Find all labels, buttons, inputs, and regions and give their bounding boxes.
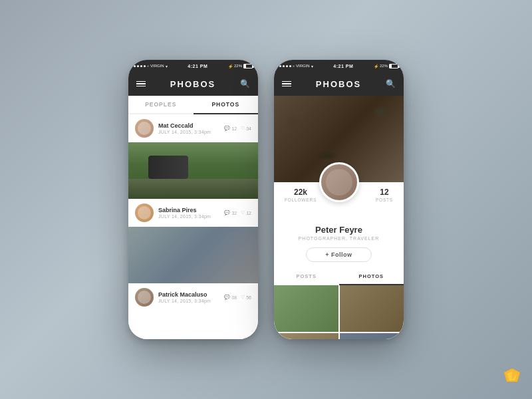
menu-button-right[interactable] — [282, 81, 291, 87]
profile-subtitle: PHOTOGRAPHER, TRAVELER — [299, 236, 380, 241]
signal-dot-r2 — [283, 65, 285, 67]
signal-dot-2 — [137, 65, 139, 67]
like-num-1: 34 — [246, 126, 251, 131]
hamburger-line-3 — [136, 86, 146, 87]
hamburger-r-line-3 — [282, 86, 291, 87]
post-meta-2: Sabrina Pires JULY 14, 2015, 3:34pm — [158, 207, 219, 219]
tab-peoples[interactable]: PEOPLES — [128, 96, 194, 113]
post-item-2: Sabrina Pires JULY 14, 2015, 3:34pm 💬 32… — [128, 199, 258, 283]
profile-avatar-wrap — [319, 162, 359, 202]
grid-photo-2[interactable] — [340, 285, 404, 332]
search-icon-left[interactable]: 🔍 — [240, 79, 250, 88]
signal-dot-1 — [134, 65, 136, 67]
avatar-mat — [135, 119, 154, 138]
follow-button[interactable]: + Follow — [306, 247, 371, 262]
profile-name: Peter Feyre — [315, 225, 362, 235]
profile-tabs: POSTS PHOTOS — [274, 269, 404, 285]
comment-num-1: 12 — [231, 126, 237, 131]
like-num-3: 56 — [246, 295, 251, 300]
menu-button-left[interactable] — [136, 81, 146, 87]
like-count-2: ♡ 12 — [241, 210, 251, 215]
sketch-badge — [503, 367, 521, 388]
like-count-1: ♡ 34 — [241, 126, 251, 131]
tab-photos[interactable]: PHOTOS — [194, 96, 259, 114]
carrier-name-left: VIRGIN — [150, 64, 164, 68]
grid-photo-4[interactable] — [340, 333, 404, 339]
feed-left: Mat Ceccald JULY 14, 2015, 3:34pm 💬 12 ♡… — [128, 114, 258, 339]
posts-stat: 12 POSTS — [376, 188, 393, 202]
time-right: 4:21 PM — [333, 64, 353, 68]
left-phone: VIRGIN ▾ 4:21 PM ⚡ 22% PHOBOS 🔍 PEOPLES … — [128, 60, 258, 339]
battery-icon-right — [389, 64, 398, 68]
bluetooth-icon-r: ⚡ — [374, 64, 378, 68]
profile-tab-photos[interactable]: PHOTOS — [339, 269, 404, 285]
comment-count-3: 💬 08 — [224, 295, 237, 300]
carrier-left: VIRGIN ▾ — [134, 64, 168, 68]
comment-num-3: 08 — [231, 295, 237, 300]
date-3: JULY 14, 2015, 3:34pm — [158, 299, 219, 303]
signal-dot-r5 — [293, 65, 295, 67]
heart-icon-2: ♡ — [241, 210, 245, 215]
grid-photo-1[interactable] — [274, 285, 338, 332]
avatar-sabrina — [135, 203, 154, 222]
wifi-icon-left: ▾ — [166, 64, 168, 68]
posts-label: POSTS — [376, 198, 393, 202]
signal-dot-r3 — [286, 65, 288, 67]
username-1: Mat Ceccald — [158, 122, 219, 129]
signal-dot-5 — [147, 65, 149, 67]
app-header-right: PHOBOS 🔍 — [274, 72, 404, 96]
followers-count: 22k — [285, 188, 317, 197]
battery-pct-left: 22% — [234, 64, 242, 68]
comment-num-2: 32 — [231, 211, 237, 215]
grid-photo-3[interactable] — [274, 333, 338, 339]
wifi-icon-right: ▾ — [311, 64, 313, 68]
post-item-3: Patrick Macaluso JULY 14, 2015, 3:34pm 💬… — [128, 283, 258, 311]
post-meta-3: Patrick Macaluso JULY 14, 2015, 3:34pm — [158, 291, 219, 303]
status-bar-right: VIRGIN ▾ 4:21 PM ⚡ 22% — [274, 60, 404, 72]
like-num-2: 12 — [246, 211, 251, 215]
app-header-left: PHOBOS 🔍 — [128, 72, 258, 96]
battery-pct-right: 22% — [380, 64, 388, 68]
avatar-face-1 — [138, 122, 151, 135]
signal-dot-3 — [140, 65, 142, 67]
right-phone: VIRGIN ▾ 4:21 PM ⚡ 22% PHOBOS 🔍 — [274, 60, 404, 339]
bluetooth-icon: ⚡ — [228, 64, 233, 68]
carrier-right: VIRGIN ▾ — [279, 64, 313, 68]
like-count-3: ♡ 56 — [241, 295, 251, 300]
post-stats-2: 💬 32 ♡ 12 — [224, 210, 251, 215]
search-icon-right[interactable]: 🔍 — [386, 79, 396, 88]
post-stats-1: 💬 12 ♡ 34 — [224, 126, 251, 131]
carrier-name-right: VIRGIN — [296, 64, 310, 68]
post-meta-1: Mat Ceccald JULY 14, 2015, 3:34pm — [158, 122, 219, 134]
post-stats-3: 💬 08 ♡ 56 — [224, 295, 251, 300]
comment-count-1: 💬 12 — [224, 126, 237, 131]
username-3: Patrick Macaluso — [158, 291, 219, 298]
status-right-right: ⚡ 22% — [374, 64, 398, 68]
signal-dot-r1 — [279, 65, 281, 67]
tabs-left: PEOPLES PHOTOS — [128, 96, 258, 114]
comment-icon-1: 💬 — [224, 126, 230, 131]
post-image-2 — [128, 227, 258, 283]
phones-container: VIRGIN ▾ 4:21 PM ⚡ 22% PHOBOS 🔍 PEOPLES … — [128, 60, 404, 339]
heart-icon-3: ♡ — [241, 295, 245, 300]
signal-dot-4 — [144, 65, 146, 67]
app-title-left: PHOBOS — [170, 79, 215, 89]
signal-dot-r4 — [289, 65, 291, 67]
comment-count-2: 💬 32 — [224, 210, 237, 215]
profile-tab-posts[interactable]: POSTS — [274, 269, 339, 285]
profile-avatar-face — [326, 169, 352, 196]
avatar-face-2 — [138, 206, 151, 219]
post-item-1: Mat Ceccald JULY 14, 2015, 3:34pm 💬 12 ♡… — [128, 114, 258, 199]
comment-icon-2: 💬 — [224, 210, 230, 215]
post-image-1 — [128, 142, 258, 199]
date-1: JULY 14, 2015, 3:34pm — [158, 130, 219, 134]
battery-icon-left — [243, 64, 253, 68]
avatar-face-3 — [138, 291, 151, 304]
hamburger-r-line-2 — [282, 83, 291, 84]
followers-label: FOLLOWERS — [285, 198, 317, 202]
comment-icon-3: 💬 — [224, 295, 230, 300]
post-header-1: Mat Ceccald JULY 14, 2015, 3:34pm 💬 12 ♡… — [128, 114, 258, 142]
profile-avatar — [319, 162, 359, 202]
time-left: 4:21 PM — [188, 64, 207, 68]
app-title-right: PHOBOS — [316, 79, 361, 89]
